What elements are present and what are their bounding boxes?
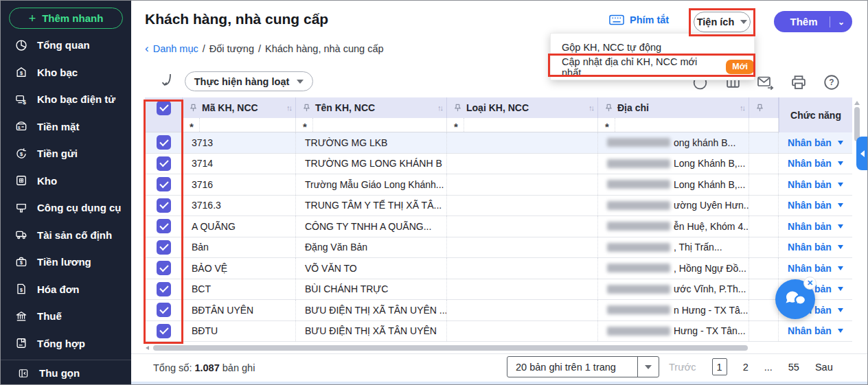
filter-cell-code[interactable]: * [183, 118, 296, 132]
row-action-button[interactable]: Nhân bản [779, 321, 852, 342]
row-action-button[interactable]: Nhân bản [779, 258, 852, 279]
column-header-clipped[interactable] [749, 97, 779, 118]
filter-operator[interactable]: * [190, 121, 194, 132]
table-row[interactable]: BĐTU BƯU ĐIỆN THỊ XÃ TÂN UYÊN Hưng - TX … [145, 321, 852, 342]
filter-input[interactable] [464, 118, 597, 132]
row-action-button[interactable]: Nhân bản [779, 174, 852, 195]
next-page-button[interactable]: Sau [815, 362, 833, 373]
cell-address: Hưng - TX Tân... [598, 321, 749, 342]
pin-icon[interactable] [303, 104, 310, 113]
filter-operator[interactable]: * [454, 121, 458, 132]
sidebar-item-thue[interactable]: Thuế [1, 303, 131, 330]
chevron-down-icon[interactable]: ⌄ [830, 17, 852, 27]
filter-input[interactable] [199, 118, 295, 132]
select-all-checkbox[interactable] [157, 101, 171, 115]
sidebar-item-hoa-don[interactable]: $ Hóa đơn [1, 276, 131, 303]
page-button-current[interactable]: 1 [712, 358, 727, 375]
sidebar-item-kho-bac-dien-tu[interactable]: $ Kho bạc điện tử [1, 86, 131, 113]
help-icon[interactable]: ? [823, 73, 841, 91]
pin-icon[interactable] [454, 104, 461, 113]
column-header-type[interactable]: Loại KH, NCC ↑↓ [447, 97, 598, 118]
sidebar-item-kho-bac[interactable]: $ Kho bạc [1, 59, 131, 86]
filter-operator[interactable]: * [303, 121, 307, 132]
filter-input[interactable] [312, 118, 446, 132]
filter-input[interactable] [615, 118, 749, 132]
side-panel-handle[interactable] [856, 137, 868, 170]
close-icon[interactable]: ✕ [803, 277, 816, 290]
row-checkbox[interactable] [157, 177, 171, 191]
row-checkbox[interactable] [157, 219, 171, 233]
sidebar-collapse-button[interactable]: Thu gọn [1, 360, 131, 385]
quick-add-button[interactable]: + Thêm nhanh [9, 8, 123, 29]
row-action-button[interactable]: Nhân bản [779, 237, 852, 258]
sidebar-item-kho[interactable]: Kho [1, 167, 131, 195]
row-action-button[interactable]: Nhân bản [779, 196, 852, 216]
pin-icon[interactable] [605, 104, 613, 113]
add-button[interactable]: Thêm ⌄ [774, 11, 852, 32]
row-checkbox[interactable] [157, 198, 171, 213]
row-action-button[interactable]: Nhân bản [779, 216, 852, 237]
sort-icon[interactable]: ↑↓ [286, 104, 291, 112]
back-chevron-icon[interactable]: ‹ [145, 44, 149, 54]
row-checkbox[interactable] [157, 156, 171, 171]
table-row[interactable]: 3714 TRƯỜNG MG LONG KHÁNH B Long Khánh B… [145, 154, 852, 175]
sidebar-item-cong-cu-dung-cu[interactable]: Công cụ dụng cụ [1, 194, 131, 222]
row-checkbox[interactable] [157, 240, 171, 255]
move-down-arrow-icon[interactable] [159, 72, 175, 90]
table-row[interactable]: BCT BÙI CHÁNH TRỰC ước Vĩnh, P.Th... Nhâ… [145, 279, 852, 301]
scroll-up-arrow-icon[interactable] [854, 101, 860, 105]
filter-cell-clipped[interactable] [749, 118, 779, 132]
shortcut-link[interactable]: Phím tắt [609, 14, 669, 25]
row-checkbox[interactable] [157, 261, 171, 275]
table-row[interactable]: BẢO VỆ VÕ VĂN TO , Hồng Ngự Đồ... Nhân b… [145, 258, 852, 279]
column-header-name[interactable]: Tên KH, NCC ↑↓ [296, 97, 447, 118]
filter-cell-name[interactable]: * [296, 118, 447, 132]
menu-item-merge[interactable]: Gộp KH, NCC tự động [551, 37, 754, 57]
menu-item-update-address[interactable]: Cập nhật địa chỉ KH, NCC mới nhất Mới [551, 57, 754, 77]
sidebar-item-tien-gui[interactable]: $ Tiền gửi [1, 140, 131, 167]
cell-address: ễn Huệ, Khóm 4... [598, 216, 749, 237]
scroll-left-arrow-icon[interactable] [146, 346, 149, 350]
table-row[interactable]: Bản Đặng Văn Bản , Thị Trấn... Nhân bản [145, 237, 852, 259]
row-checkbox[interactable] [157, 303, 171, 317]
sort-icon[interactable]: ↑↓ [437, 104, 442, 112]
table-row[interactable]: 3716 Trường Mẫu Giáo Long Khánh... Long … [145, 174, 852, 196]
row-checkbox[interactable] [157, 324, 171, 338]
send-mail-icon[interactable] [757, 73, 775, 91]
sidebar-item-tai-san-co-dinh[interactable]: Tài sản cố định [1, 222, 131, 249]
table-row[interactable]: 3716.3 TRUNG TÂM Y TẾ THỊ XÃ TÂ... ường … [145, 196, 852, 217]
sidebar-item-tien-luong[interactable]: $ Tiền lương [1, 248, 131, 276]
pin-icon[interactable] [756, 104, 764, 113]
scrollbar-thumb[interactable] [854, 107, 860, 141]
bulk-action-button[interactable]: Thực hiện hàng loạt [185, 71, 313, 91]
prev-page-button[interactable]: Trước [669, 362, 696, 373]
row-action-button[interactable]: Nhân bản [779, 132, 852, 153]
redacted-text [607, 264, 670, 272]
pin-icon[interactable] [190, 104, 197, 113]
filter-cell-type[interactable]: * [447, 118, 598, 132]
column-header-code[interactable]: Mã KH, NCC ↑↓ [183, 97, 296, 118]
sidebar-item-tien-mat[interactable]: $ Tiền mặt [1, 113, 131, 141]
sort-icon[interactable]: ↑↓ [589, 104, 593, 112]
horizontal-scrollbar[interactable] [153, 345, 748, 351]
sidebar-item-tong-quan[interactable]: Tổng quan [1, 32, 131, 59]
sidebar-item-tong-hop[interactable]: Tổng hợp [1, 330, 131, 358]
row-checkbox[interactable] [157, 135, 171, 150]
table-row[interactable]: 3713 TRƯỜNG MG LKB ong khánh B... Nhân b… [145, 132, 852, 154]
filter-operator[interactable]: * [605, 121, 609, 132]
page-button-last[interactable]: 55 [788, 362, 799, 373]
column-header-address[interactable]: Địa chỉ ↑↓ [598, 97, 749, 118]
redacted-text [607, 138, 670, 147]
sort-icon[interactable]: ↑↓ [740, 104, 744, 112]
table-row[interactable]: A QUÃNG CÔNG TY TNHH A QUÃNG... ễn Huệ, … [145, 216, 852, 237]
row-action-button[interactable]: Nhân bản [779, 154, 852, 174]
print-icon[interactable] [790, 73, 808, 91]
utilities-button[interactable]: Tiện ích [694, 12, 751, 32]
breadcrumb-root[interactable]: Danh mục [153, 43, 198, 54]
page-size-select[interactable]: 20 bản ghi trên 1 trang [507, 356, 659, 377]
page-button[interactable]: 2 [743, 362, 749, 373]
chat-bubble-button[interactable]: ✕ [775, 279, 815, 319]
row-checkbox[interactable] [157, 282, 171, 296]
filter-cell-address[interactable]: * [598, 118, 749, 132]
table-row[interactable]: BĐTÂN UYÊN BƯU ĐIỆN THỊ XÃ TÂN UYÊN ... … [145, 300, 852, 321]
